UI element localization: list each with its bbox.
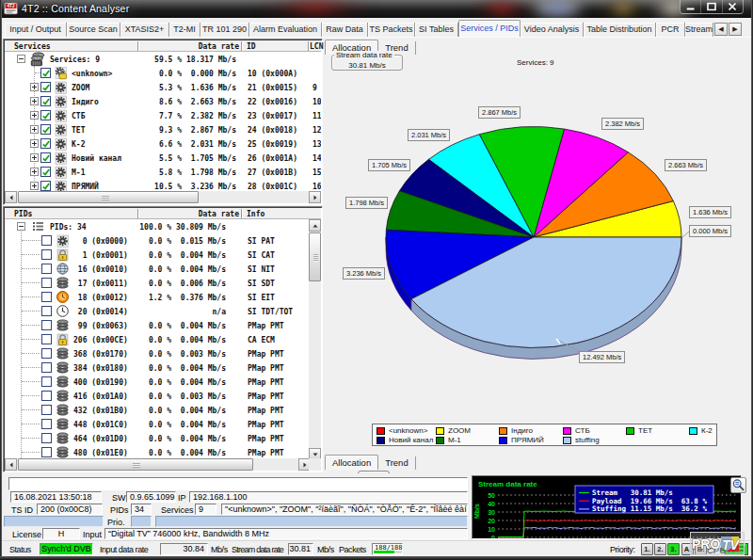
scrollbar-thumb[interactable]	[18, 191, 199, 203]
tree-collapse-toggle[interactable]	[17, 55, 25, 63]
service-checkbox[interactable]	[40, 152, 51, 163]
tab-table-distribution[interactable]: Table Distribution	[584, 23, 656, 38]
scrollbar-thumb[interactable]	[18, 458, 253, 471]
pid-checkbox[interactable]	[41, 433, 52, 443]
tree-row-pid[interactable]: 480 (0x01E0)0.0 %0.004 Mb/sPMap PMT	[5, 445, 311, 459]
pid-checkbox[interactable]	[41, 320, 52, 330]
tab-ts-packets[interactable]: TS Packets	[368, 23, 415, 38]
tab-si-tables[interactable]: SI Tables	[415, 23, 458, 38]
pid-checkbox[interactable]	[41, 362, 52, 373]
tab-services-pids[interactable]: Services / PIDs	[458, 20, 521, 38]
column-header-data-rate[interactable]: Data rate	[136, 42, 239, 51]
tab-t2-mi[interactable]: T2-MI	[169, 23, 200, 38]
tree-expand-toggle[interactable]	[30, 125, 39, 134]
service-checkbox[interactable]	[40, 110, 51, 120]
tab-scroll-right-icon[interactable]: ▶	[729, 23, 742, 36]
tree-row-pid[interactable]: 448 (0x01C0)0.0 %0.004 Mb/sPMap PMT	[5, 417, 311, 431]
title-bar[interactable]: 4T2 4T2 :: Content Analyser	[0, 0, 753, 18]
tree-expand-toggle[interactable]	[30, 153, 39, 162]
service-checkbox[interactable]	[40, 82, 51, 92]
tree-row-pid[interactable]: 368 (0x0170)0.0 %0.003 Mb/sPMap PMT	[5, 346, 311, 360]
tab-xtasis2-[interactable]: XTASIS2+	[120, 23, 169, 38]
tree-expand-toggle[interactable]	[30, 139, 39, 148]
message-field[interactable]	[8, 477, 468, 490]
tree-row-pid[interactable]: 0 (0x0000)0.0 %0.015 Mb/sSI PAT	[5, 233, 311, 248]
tree-row-pid[interactable]: 464 (0x01D0)0.0 %0.004 Mb/sPMap PMT	[5, 431, 311, 445]
scroll-up-icon[interactable]	[309, 219, 321, 232]
close-button[interactable]	[723, 0, 743, 13]
services-horizontal-scrollbar[interactable]	[5, 191, 321, 203]
pid-checkbox[interactable]	[41, 376, 52, 387]
priority-button-2[interactable]: 2.	[654, 543, 666, 555]
tree-row-pids-root[interactable]: PIDs: 34100.0 %30.809 Mb/s	[5, 219, 311, 233]
column-header-pid-data-rate[interactable]: Data rate	[136, 210, 239, 218]
subtab-trend-bottom[interactable]: Trend	[378, 456, 415, 470]
tree-expand-toggle[interactable]	[30, 182, 39, 190]
scroll-right-icon[interactable]	[309, 191, 321, 203]
tree-row-pid[interactable]: 20 (0x0014)n/aSI TDT/TOT	[5, 304, 311, 318]
tab-stream-c[interactable]: Stream C	[685, 23, 713, 38]
tree-expand-toggle[interactable]	[30, 97, 39, 105]
tree-row-service[interactable]: М-15.8 %1.798 Mb/s27 (0x001B)15 (0x000F)	[5, 165, 321, 179]
pid-checkbox[interactable]	[41, 306, 52, 316]
pid-checkbox[interactable]	[41, 405, 52, 415]
priority-button-1[interactable]: 1.	[641, 543, 653, 555]
tree-row-pid[interactable]: 432 (0x01B0)0.0 %0.004 Mb/sPMap PMT	[5, 403, 311, 417]
tree-row-pid[interactable]: 18 (0x0012)1.2 %0.376 Mb/sSI EIT	[5, 290, 311, 304]
service-checkbox[interactable]	[40, 181, 51, 191]
tree-row-services-root[interactable]: Services: 959.5 %18.317 Mb/s	[5, 52, 321, 66]
pid-checkbox[interactable]	[41, 278, 52, 288]
column-header-info[interactable]: Info	[247, 210, 264, 218]
pid-checkbox[interactable]	[41, 292, 52, 302]
column-header-services[interactable]: Services	[14, 42, 51, 51]
scroll-left-icon[interactable]	[5, 458, 17, 471]
tree-row-pid[interactable]: 99 (0x0063)0.0 %0.004 Mb/sPMap PMT	[5, 318, 311, 332]
tree-expand-toggle[interactable]	[30, 83, 39, 91]
subtab-allocation-bottom[interactable]: Allocation	[325, 455, 378, 470]
tab-pcr[interactable]: PCR	[656, 23, 685, 38]
stream-rate-graph[interactable]: Stream data rateMb/s01020304050Stream 30…	[472, 475, 742, 539]
app-icon[interactable]: 4T2	[4, 2, 18, 15]
tab-video-analysis[interactable]: Video Analysis	[521, 23, 584, 38]
pid-checkbox[interactable]	[41, 348, 52, 359]
pids-vertical-scrollbar[interactable]	[309, 219, 321, 460]
tree-row-pid[interactable]: 206 (0x00CE)0.0 %0.004 Mb/sCA ECM	[5, 332, 311, 346]
maximize-button[interactable]	[701, 0, 722, 13]
pid-checkbox[interactable]	[41, 235, 52, 246]
tree-row-pid[interactable]: 400 (0x0190)0.0 %0.004 Mb/sPMap PMT	[5, 375, 311, 389]
tree-expand-toggle[interactable]	[30, 168, 39, 176]
tree-row-pid[interactable]: 1 (0x0001)0.0 %0.004 Mb/sSI CAT	[5, 248, 311, 262]
service-checkbox[interactable]	[40, 167, 51, 177]
service-checkbox[interactable]	[40, 138, 51, 149]
pid-checkbox[interactable]	[41, 334, 52, 344]
pid-checkbox[interactable]	[41, 264, 52, 274]
scrollbar-thumb[interactable]	[309, 232, 321, 281]
tab-tr-101-290[interactable]: TR 101 290	[200, 23, 249, 38]
service-checkbox[interactable]	[40, 124, 51, 135]
pids-horizontal-scrollbar[interactable]	[5, 458, 311, 471]
tab-input-output[interactable]: Input / Output	[5, 23, 67, 38]
tab-source-scan[interactable]: Source Scan	[67, 23, 120, 38]
pid-checkbox[interactable]	[41, 391, 52, 401]
priority-button-3[interactable]: 3.	[667, 543, 680, 555]
tree-expand-toggle[interactable]	[30, 111, 39, 120]
tree-row-service[interactable]: СТБ7.7 %2.382 Mb/s23 (0x0017)11 (0x000B)	[5, 108, 321, 122]
tree-row-service[interactable]: ZOOM5.3 %1.636 Mb/s21 (0x0015)9 (0x0009)	[5, 80, 321, 94]
tree-row-service[interactable]: Індиго8.6 %2.663 Mb/s22 (0x0016)10 (0x00…	[5, 94, 321, 108]
tab-raw-data[interactable]: Raw Data	[322, 23, 368, 38]
tree-row-service[interactable]: К-26.6 %2.031 Mb/s25 (0x0019)13 (0x000D)	[5, 136, 321, 151]
pid-checkbox[interactable]	[41, 249, 52, 260]
column-header-lcn[interactable]: LCN	[310, 42, 323, 51]
graph-zoom-button[interactable]	[730, 477, 746, 493]
pid-checkbox[interactable]	[41, 447, 52, 457]
tree-row-pid[interactable]: 16 (0x0010)0.0 %0.004 Mb/sSI NIT	[5, 262, 311, 276]
service-checkbox[interactable]	[40, 96, 51, 106]
tree-row-service[interactable]: ТЕТ9.3 %2.867 Mb/s24 (0x0018)12 (0x000C)	[5, 122, 321, 136]
pid-checkbox[interactable]	[41, 419, 52, 429]
column-header-pids[interactable]: PIDs	[14, 210, 32, 218]
scroll-left-icon[interactable]	[5, 191, 17, 203]
column-header-id[interactable]: ID	[247, 42, 256, 51]
tree-row-pid[interactable]: 384 (0x0180)0.0 %0.004 Mb/sPMap PMT	[5, 360, 311, 375]
tree-row-pid[interactable]: 17 (0x0011)0.0 %0.006 Mb/sSI SDT	[5, 276, 311, 290]
pie-chart[interactable]	[324, 38, 751, 420]
